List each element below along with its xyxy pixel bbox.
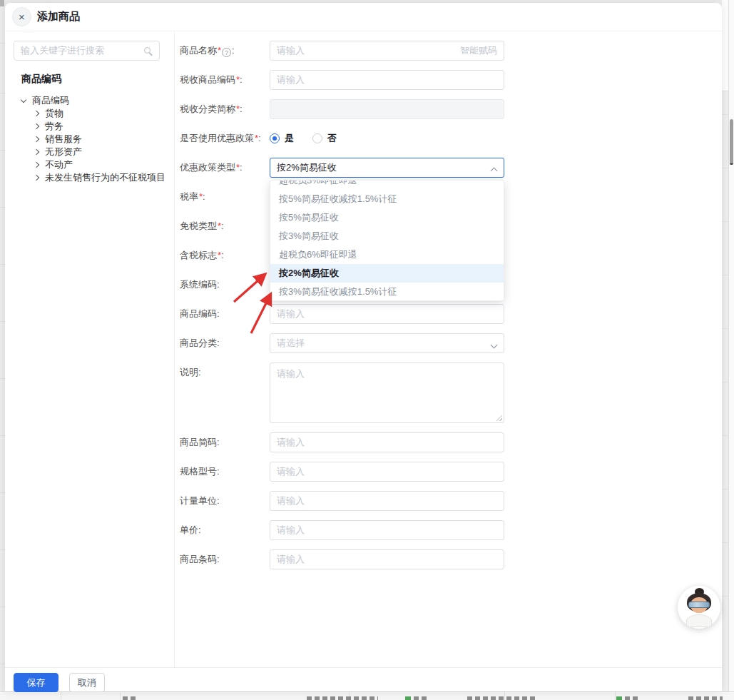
tree-node-label: 货物	[45, 107, 63, 120]
required-asterisk: *	[218, 45, 221, 56]
page-scrollbar[interactable]	[728, 0, 734, 700]
help-icon: ?	[222, 48, 231, 57]
required-asterisk: *	[218, 250, 221, 260]
search-input[interactable]: 输入关键字进行搜索	[14, 41, 160, 61]
field-label-tax-included-flag: 含税标志*:	[180, 245, 270, 265]
dropdown-option-3[interactable]: 按3%简易征收	[270, 227, 504, 245]
dropdown-option-0[interactable]: 超税负3%即征即退	[270, 180, 504, 190]
radio-option-否[interactable]: 否	[312, 132, 337, 145]
field-label-unit: 计量单位:	[180, 491, 270, 511]
form-row-unit-price: 单价:请输入	[180, 520, 722, 540]
tree-node-4[interactable]: 不动产	[5, 158, 174, 171]
tree-node-1[interactable]: 劳务	[5, 120, 174, 133]
field-product-name-input[interactable]: 请输入智能赋码	[270, 41, 504, 61]
dropdown-option-1[interactable]: 按5%简易征收减按1.5%计征	[270, 190, 504, 208]
tree-node-3[interactable]: 无形资产	[5, 146, 174, 158]
form-row-barcode: 商品条码:请输入	[180, 549, 722, 569]
field-placeholder: 请输入	[277, 73, 305, 86]
radio-label: 否	[327, 132, 337, 145]
field-placeholder: 请输入	[277, 524, 305, 537]
field-tax-product-code-input[interactable]: 请输入	[270, 70, 504, 90]
field-unit-input[interactable]: 请输入	[270, 491, 504, 511]
field-policy-type-select[interactable]: 按2%简易征收	[270, 158, 504, 178]
tree-node-label: 未发生销售行为的不征税项目	[45, 171, 165, 184]
field-label-product-category: 商品分类:	[180, 333, 270, 353]
field-product-code-input[interactable]: 请输入	[270, 304, 504, 324]
close-button[interactable]: ×	[12, 7, 31, 26]
dropdown-option-6[interactable]: 按3%简易征收减按1.5%计征	[270, 283, 504, 301]
radio-option-是[interactable]: 是	[270, 132, 294, 145]
field-label-text: 税收分类简称	[180, 103, 235, 114]
tree-node-label: 不动产	[45, 158, 73, 171]
field-label-text: 计量单位	[180, 495, 217, 506]
required-asterisk: *	[199, 191, 203, 202]
smart-code-suffix: 智能赋码	[460, 44, 497, 57]
field-placeholder: 请输入	[277, 465, 305, 478]
chevron-right-icon	[34, 149, 39, 155]
form-row-tax-short-name: 税收分类简称*:	[180, 99, 722, 119]
modal-header: × 添加商品	[5, 3, 722, 31]
dropdown-option-5[interactable]: 按2%简易征收	[270, 264, 504, 283]
tree-node-0[interactable]: 货物	[5, 107, 174, 120]
field-use-policy-radio-group: 是否	[270, 128, 504, 148]
field-label-text: 规格型号	[180, 466, 217, 477]
chevron-up-icon	[491, 168, 498, 175]
chevron-down-icon	[491, 342, 498, 349]
tree-node-5[interactable]: 未发生销售行为的不征税项目	[5, 171, 174, 184]
category-sidebar: 输入关键字进行搜索 商品编码 商品编码货物劳务销售服务无形资产不动产未发生销售行…	[5, 31, 175, 667]
field-label-unit-price: 单价:	[180, 520, 270, 540]
field-label-text: 是否使用优惠政策	[180, 133, 254, 143]
chevron-right-icon	[34, 136, 39, 142]
field-label-text: 系统编码	[180, 279, 217, 290]
save-button[interactable]: 保存	[14, 673, 58, 692]
close-icon: ×	[19, 11, 25, 22]
field-label-short-code: 商品简码:	[180, 432, 270, 452]
dropdown-option-2[interactable]: 按5%简易征收	[270, 208, 504, 227]
field-placeholder: 请输入	[277, 368, 305, 379]
radio-label: 是	[285, 132, 294, 145]
modal-title: 添加商品	[37, 10, 80, 24]
field-note-textarea[interactable]: 请输入	[270, 362, 504, 423]
field-placeholder: 请输入	[277, 44, 305, 57]
form-row-tax-product-code: 税收商品编码*:请输入	[180, 70, 722, 90]
search-icon	[144, 47, 151, 54]
form-row-product-category: 商品分类:请选择	[180, 333, 722, 353]
sidebar-section-title: 商品编码	[21, 73, 174, 86]
form-row-use-policy: 是否使用优惠政策*:是否	[180, 128, 722, 148]
field-label-spec-model: 规格型号:	[180, 462, 270, 482]
field-placeholder: 请输入	[277, 308, 305, 320]
field-label-text: 含税标志	[180, 250, 217, 260]
form-row-short-code: 商品简码:请输入	[180, 432, 722, 452]
field-label-tax-short-name: 税收分类简称*:	[180, 99, 270, 119]
field-spec-model-input[interactable]: 请输入	[270, 462, 504, 482]
tree-node-label: 商品编码	[32, 94, 69, 107]
screen: × 添加商品 输入关键字进行搜索 商品编码 商品编码货物劳务销售服务无形资产不动…	[0, 0, 734, 700]
form-row-note: 说明:请输入	[180, 362, 722, 423]
cancel-button[interactable]: 取消	[69, 673, 105, 692]
field-label-text: 税率	[180, 191, 198, 202]
field-barcode-input[interactable]: 请输入	[270, 549, 504, 569]
field-label-note: 说明:	[180, 362, 270, 382]
field-short-code-input[interactable]: 请输入	[270, 432, 504, 452]
product-form: 商品名称*?:请输入智能赋码税收商品编码*:请输入税收分类简称*:是否使用优惠政…	[175, 31, 722, 667]
dropdown-option-4[interactable]: 超税负6%即征即退	[270, 245, 504, 264]
background-page-left-edge	[0, 0, 5, 700]
field-product-category-select[interactable]: 请选择	[270, 333, 504, 353]
tree-node-root[interactable]: 商品编码	[5, 94, 174, 107]
selected-value: 按2%简易征收	[277, 161, 337, 174]
field-label-text: 免税类型	[180, 220, 217, 231]
chevron-right-icon	[34, 111, 39, 116]
field-placeholder: 请输入	[277, 553, 305, 566]
field-label-text: 优惠政策类型	[180, 162, 235, 173]
tree-node-2[interactable]: 销售服务	[5, 133, 174, 146]
field-label-product-name: 商品名称*?:	[180, 41, 270, 61]
chevron-right-icon	[34, 175, 39, 181]
page-scrollbar-thumb[interactable]	[730, 119, 733, 165]
field-label-policy-type: 优惠政策类型*:	[180, 158, 270, 178]
add-product-modal: × 添加商品 输入关键字进行搜索 商品编码 商品编码货物劳务销售服务无形资产不动…	[5, 3, 722, 691]
resize-handle-icon[interactable]	[496, 415, 502, 421]
chevron-down-icon	[21, 97, 26, 103]
assistant-avatar[interactable]	[678, 586, 720, 629]
field-placeholder: 请输入	[277, 436, 305, 449]
field-unit-price-input[interactable]: 请输入	[270, 520, 504, 540]
